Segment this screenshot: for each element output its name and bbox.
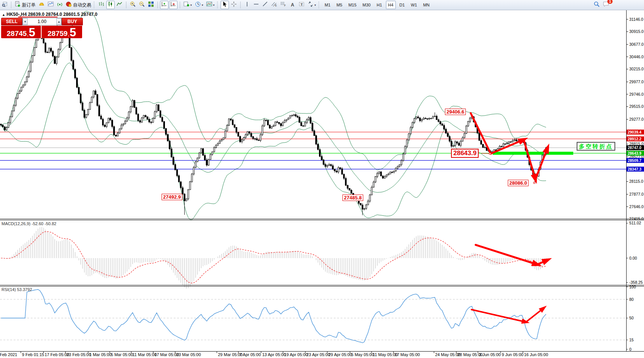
zoom-out-button[interactable] xyxy=(138,1,146,9)
cursor-tool-button[interactable] xyxy=(221,1,229,9)
crosshair-tool-button[interactable] xyxy=(230,1,238,9)
tab-timeframe-mn[interactable]: MN xyxy=(421,1,432,9)
svg-text:19 Apr 05:00: 19 Apr 05:00 xyxy=(284,352,308,357)
tab-timeframe-h4[interactable]: H4 xyxy=(386,1,396,9)
svg-text:29746.0: 29746.0 xyxy=(629,92,644,97)
svg-text:100: 100 xyxy=(629,285,636,289)
svg-text:15: 15 xyxy=(629,338,634,342)
svg-text:23 Feb 05:00: 23 Feb 05:00 xyxy=(67,352,91,357)
auto-trading-button[interactable]: 自动交易 xyxy=(65,1,92,9)
sell-button[interactable]: SELL xyxy=(1,18,22,25)
chart-shift-button[interactable] xyxy=(160,1,168,9)
svg-text:23 Mar 05:00: 23 Mar 05:00 xyxy=(176,352,201,357)
macd-histogram xyxy=(1,227,546,288)
candlestick-mode-button[interactable] xyxy=(106,1,115,9)
svg-text:29 Apr 05:00: 29 Apr 05:00 xyxy=(328,352,352,357)
bid-price[interactable]: 28745 . 5 xyxy=(1,26,42,38)
svg-text:7 Apr 05:00: 7 Apr 05:00 xyxy=(240,352,261,357)
collapse-chart-icon[interactable]: ▲ xyxy=(2,13,5,17)
svg-text:0.00: 0.00 xyxy=(629,256,637,260)
line-chart-mode-button[interactable] xyxy=(115,1,124,9)
svg-text:31146.0: 31146.0 xyxy=(629,17,643,22)
new-order-button[interactable]: 新订单 xyxy=(14,1,37,9)
template-button[interactable]: ▾ xyxy=(205,1,216,9)
template-icon xyxy=(206,1,212,9)
main-toolbar: 新订单 自动交易 xyxy=(0,0,644,10)
svg-text:29277.0: 29277.0 xyxy=(629,117,644,121)
tab-timeframe-m5[interactable]: M5 xyxy=(334,1,344,9)
pane-frame xyxy=(0,10,644,352)
symbol-ohlc-text: HK50-,H4 28639.0 28764.0 28601.5 28747.0 xyxy=(6,12,97,17)
price-badge: 28747.0 xyxy=(627,145,644,150)
svg-text:1 Mar 05:00: 1 Mar 05:00 xyxy=(89,352,112,357)
fibonacci-tool-button[interactable]: F xyxy=(279,1,288,9)
volume-input[interactable] xyxy=(28,18,57,25)
volume-increase-button[interactable]: ▲ xyxy=(56,18,61,25)
text-label-icon: T xyxy=(299,1,305,9)
buy-button[interactable]: BUY xyxy=(62,18,83,25)
notification-badge: 1 xyxy=(607,0,613,4)
svg-text:28747.0: 28747.0 xyxy=(628,146,642,150)
svg-text:30215.0: 30215.0 xyxy=(629,67,644,71)
bar-chart-mode-button[interactable] xyxy=(97,1,106,9)
svg-text:80: 80 xyxy=(629,297,634,302)
deposit-button[interactable] xyxy=(37,1,46,9)
toolbar-separator xyxy=(11,2,11,8)
ohlc-bars-icon xyxy=(98,1,104,9)
trendline-icon xyxy=(262,1,268,9)
bollinger-bands xyxy=(1,11,546,220)
vertical-line-tool-button[interactable] xyxy=(243,1,251,9)
time-axis: Feb 20219 Feb 01:1517 Feb 05:0023 Feb 05… xyxy=(0,352,548,357)
dropdown-arrow-icon: ▾ xyxy=(202,3,203,7)
tab-timeframe-m1[interactable]: M1 xyxy=(322,1,333,9)
text-tool-button[interactable]: A xyxy=(288,1,297,9)
period-button[interactable]: ▾ xyxy=(194,1,204,9)
market-watch-button[interactable] xyxy=(47,1,55,9)
tab-timeframe-d1[interactable]: D1 xyxy=(397,1,407,9)
chart-shift-icon xyxy=(161,1,167,9)
chart-canvas[interactable]: 31146.030915.030677.030446.030215.029977… xyxy=(0,0,644,358)
cursor-icon xyxy=(222,1,228,9)
svg-text:5 Mar 05:00: 5 Mar 05:00 xyxy=(111,352,133,357)
crosshair-icon xyxy=(231,1,237,9)
toolbar-grip xyxy=(94,2,96,8)
signals-button[interactable] xyxy=(56,1,64,9)
new-order-label: 新订单 xyxy=(22,2,36,8)
auto-scroll-button[interactable] xyxy=(169,1,177,9)
tab-timeframe-w1[interactable]: W1 xyxy=(409,1,420,9)
tab-timeframe-h1[interactable]: H1 xyxy=(374,1,384,9)
trading-platform-window: 新订单 自动交易 xyxy=(0,0,644,358)
horizontal-line-tool-button[interactable] xyxy=(252,1,260,9)
tile-windows-button[interactable] xyxy=(147,1,155,9)
macd-indicator-label: MACD(12,26,9) -52.60 -50.82 xyxy=(2,221,56,226)
bid-frac: 5 xyxy=(29,28,35,37)
notifications-button[interactable]: 1 xyxy=(602,1,611,9)
price-badge: 28912.2 xyxy=(627,136,644,141)
zoom-in-button[interactable] xyxy=(129,1,137,9)
volume-decrease-button[interactable]: ▼ xyxy=(23,18,28,25)
volume-stepper: ▼ ▲ xyxy=(22,18,62,25)
svg-text:13 Apr 05:00: 13 Apr 05:00 xyxy=(262,352,286,357)
svg-text:28115.0: 28115.0 xyxy=(629,179,643,184)
svg-text:T: T xyxy=(301,3,303,6)
svg-text:28347.3: 28347.3 xyxy=(628,167,642,171)
tab-timeframe-m15[interactable]: M15 xyxy=(346,1,359,9)
text-label-tool-button[interactable]: T xyxy=(297,1,306,9)
svg-text:50: 50 xyxy=(629,316,634,320)
price-badge: 28347.3 xyxy=(627,167,644,171)
channel-tool-button[interactable]: E xyxy=(270,1,278,9)
search-icon xyxy=(594,1,600,9)
one-click-trading-panel: SELL ▼ ▲ BUY 28745 . 5 28759 . 5 xyxy=(1,18,83,38)
ask-price[interactable]: 28759 . 5 xyxy=(42,26,82,38)
trendline-tool-button[interactable] xyxy=(261,1,269,9)
add-indicator-button[interactable]: ▾ xyxy=(182,1,193,9)
tab-timeframe-m30[interactable]: M30 xyxy=(360,1,373,9)
gold-ingot-icon xyxy=(39,1,45,9)
arrows-tool-button[interactable]: ▾ xyxy=(306,1,317,9)
search-button[interactable] xyxy=(593,1,601,9)
dropdown-arrow-icon: ▾ xyxy=(213,3,215,7)
support-band xyxy=(493,152,573,155)
symbols-button[interactable] xyxy=(0,1,9,9)
svg-text:29039.4: 29039.4 xyxy=(628,130,642,134)
svg-text:17 May 05:00: 17 May 05:00 xyxy=(395,352,420,357)
